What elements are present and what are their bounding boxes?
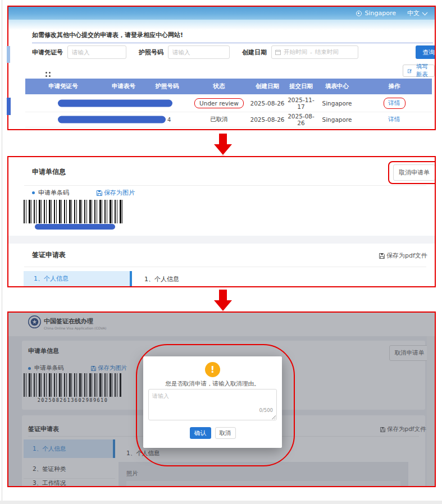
left-edge-widget-top	[7, 46, 10, 63]
barcode-label: 申请单条码	[38, 189, 69, 197]
col-header: 创建日期	[250, 83, 285, 90]
redacted-id-bar	[58, 116, 166, 123]
table-row: 4 已取消 2025-08-26 2025-08-26 Singapore 详情	[25, 112, 432, 127]
application-barcode	[24, 200, 124, 223]
language-switcher[interactable]: 中文	[407, 9, 420, 17]
table-header-row: 申请凭证号 申请表号 护照号码 状态 创建日期 提交日期 填表中心 操作	[25, 79, 432, 94]
chevron-down-icon[interactable]	[422, 10, 428, 15]
card-divider	[24, 267, 426, 267]
created-date: 2025-08-26	[250, 100, 285, 107]
search-form: 申请凭证号 护照号码 创建日期 开始时间 - 结束时间	[32, 45, 358, 59]
topbar-right: Singapore 中文	[356, 9, 427, 17]
applications-table: 申请凭证号 申请表号 护照号码 状态 创建日期 提交日期 填表中心 操作 Und…	[25, 79, 432, 130]
panel-application-detail: 申请单信息 取消申请单 申请单条码 保存为图片 签证申请表 保存为pdf文件 1…	[7, 156, 436, 287]
submitted-date: 2025-08-26	[285, 113, 317, 126]
info-card-title: 申请单信息	[32, 167, 66, 177]
redaction-suffix: 4	[167, 117, 171, 123]
save-as-pdf-link[interactable]: 保存为pdf文件	[379, 251, 427, 260]
redacted-barcode-number	[35, 224, 115, 230]
details-link[interactable]: 详情	[357, 116, 432, 123]
passport-input[interactable]	[168, 45, 230, 59]
date-separator: -	[310, 49, 312, 56]
location-label[interactable]: Singapore	[365, 10, 397, 17]
dialog-annotation-ring	[136, 344, 295, 466]
date-range-input[interactable]: 开始时间 - 结束时间	[271, 45, 358, 59]
save-as-image-link[interactable]: 保存为图片	[97, 189, 135, 197]
save-image-icon	[97, 190, 102, 196]
screenshot-root: Singapore 中文 如需修改其他中心提交的申请表，请登录相应中心网站! 申…	[0, 0, 442, 504]
table-row: 4 已取消 2025-08-26 2025-08-26 Singapore 详情	[25, 127, 432, 130]
edit-form-icon	[408, 68, 412, 74]
sidebar-tab-personal-info[interactable]: 1、个人信息	[24, 271, 132, 286]
voucher-label: 申请凭证号	[32, 48, 63, 57]
create-date-label: 创建日期	[242, 48, 267, 57]
col-header: 填表中心	[317, 83, 357, 90]
redacted-id-bar	[58, 99, 172, 107]
col-header: 申请凭证号	[25, 83, 101, 90]
col-header: 护照号码	[146, 83, 188, 90]
passport-label: 护照号码	[139, 48, 163, 57]
center-name: Singapore	[317, 116, 357, 123]
search-button[interactable]: 查询	[416, 45, 436, 59]
submitted-date: 2025-11-17	[285, 97, 317, 110]
barcode-label-row: 申请单条码	[32, 189, 69, 197]
date-end-placeholder: 结束时间	[315, 48, 339, 56]
details-link-annotated[interactable]: 详情	[384, 98, 405, 109]
bullet-dot-icon	[32, 191, 35, 194]
date-start-placeholder: 开始时间	[284, 48, 307, 56]
section-title: 1、个人信息	[144, 275, 179, 283]
col-header: 操作	[357, 83, 432, 90]
cancel-button-annotation	[388, 161, 436, 184]
col-header: 申请表号	[101, 83, 146, 90]
created-date: 2025-08-26	[250, 116, 285, 123]
location-pin-icon	[356, 11, 362, 16]
site-header-banner-fade	[8, 20, 435, 30]
submitted-date: 2025-08-26	[285, 129, 317, 131]
notice-text: 如需修改其他中心提交的申请表，请登录相应中心网站!	[32, 31, 183, 39]
form-card-title: 签证申请表	[32, 250, 66, 260]
notice-divider	[32, 43, 433, 43]
card-divider	[24, 185, 426, 186]
page-edge-line	[2, 0, 2, 504]
panel-application-list: Singapore 中文 如需修改其他中心提交的申请表，请登录相应中心网站! 申…	[7, 6, 436, 130]
panel-cancel-dialog: 中国签证在线办理 China Online Visa Application (…	[7, 311, 436, 487]
voucher-input[interactable]	[67, 45, 126, 59]
page-bottom-strip	[0, 501, 442, 504]
status-badge-annotated: Under review	[194, 98, 244, 108]
new-form-label: 填写新表	[414, 63, 430, 79]
center-name: Singapore	[317, 100, 357, 107]
col-header: 提交日期	[285, 83, 317, 90]
status-badge: 已取消	[188, 116, 250, 123]
card-gap	[8, 236, 435, 244]
col-header: 状态	[188, 83, 250, 90]
new-form-button[interactable]: 填写新表	[403, 65, 435, 77]
table-row: Under review 2025-08-26 2025-11-17 Singa…	[25, 94, 432, 112]
save-pdf-icon	[379, 253, 385, 259]
left-edge-widget-bottom	[7, 98, 11, 115]
calendar-icon	[275, 49, 281, 55]
